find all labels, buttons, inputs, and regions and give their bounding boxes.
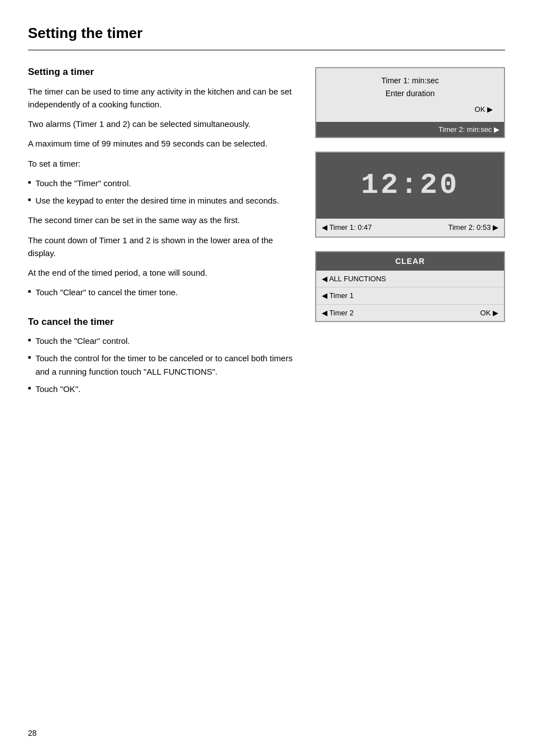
section2-title: To cancel the timer [28, 315, 298, 329]
screen1-ok: OK [325, 104, 495, 115]
section1-title: Setting a timer [28, 65, 298, 79]
timer2-label: Timer 2: 0:53 [448, 222, 498, 233]
clock-display-screen: 12:20 Timer 1: 0:47 Timer 2: 0:53 [315, 152, 505, 238]
para4: To set a timer: [28, 157, 298, 170]
para2: Two alarms (Timer 1 and 2) can be select… [28, 117, 298, 130]
screen1-timer2-row: Timer 2: min:sec [316, 122, 504, 138]
title-divider [28, 50, 505, 50]
bullet-list-2: Touch "Clear" to cancel the timer tone. [28, 286, 298, 299]
bullet-item: Touch the control for the timer to be ca… [28, 352, 298, 378]
screen1-title: Timer 1: min:sec [325, 75, 495, 87]
para1: The timer can be used to time any activi… [28, 85, 298, 111]
para5: The second timer can be set in the same … [28, 214, 298, 226]
clock-time: 12:20 [322, 164, 498, 207]
para3: A maximum time of 99 minutes and 59 seco… [28, 137, 298, 150]
clear-screen: CLEAR ALL FUNCTIONS Timer 1 Timer 2 OK [315, 251, 505, 323]
para7: At the end of the timed period, a tone w… [28, 266, 298, 279]
bullet-item: Touch "OK". [28, 382, 298, 395]
ok-label: OK [480, 308, 498, 319]
clear-header: CLEAR [316, 252, 504, 271]
left-column: Setting a timer The timer can be used to… [28, 63, 298, 402]
bullet-item: Touch the "Timer" control. [28, 177, 298, 190]
right-column: Timer 1: min:sec Enter duration OK Timer… [315, 63, 505, 322]
timer2-label: Timer 2 [322, 308, 354, 319]
timers-row: Timer 1: 0:47 Timer 2: 0:53 [316, 219, 504, 237]
timer-entry-screen: Timer 1: min:sec Enter duration OK Timer… [315, 67, 505, 138]
all-functions-row: ALL FUNCTIONS [316, 271, 504, 288]
bullet-item: Use the keypad to enter the desired time… [28, 194, 298, 207]
bullet-item: Touch "Clear" to cancel the timer tone. [28, 286, 298, 299]
timer2-ok-row: Timer 2 OK [316, 305, 504, 322]
page-title: Setting the timer [28, 22, 505, 44]
timer1-label: Timer 1: 0:47 [322, 222, 372, 233]
page-number: 28 [28, 727, 37, 739]
screen1-subtitle: Enter duration [325, 88, 495, 100]
bullet-list-1: Touch the "Timer" control. Use the keypa… [28, 177, 298, 207]
timer1-row: Timer 1 [316, 287, 504, 305]
para6: The count down of Timer 1 and 2 is shown… [28, 234, 298, 260]
bullet-item: Touch the "Clear" control. [28, 334, 298, 347]
bullet-list-3: Touch the "Clear" control. Touch the con… [28, 334, 298, 395]
clock-face: 12:20 [316, 153, 504, 219]
